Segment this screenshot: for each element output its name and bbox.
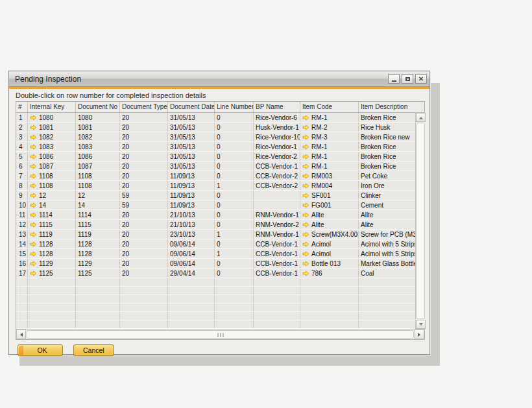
link-arrow-icon[interactable] [30,154,37,160]
vertical-scroll-thumb[interactable] [417,123,425,319]
column-header-item-code[interactable]: Item Code [300,102,359,112]
link-arrow-icon[interactable] [30,212,37,218]
ok-button[interactable]: OK [18,344,63,356]
vertical-scrollbar[interactable] [415,113,426,329]
table-row[interactable]: 7110811082011/09/130CCB-Vendor-2RM003Pet… [16,171,415,181]
row-number-cell[interactable]: 11 [16,210,28,219]
row-number-cell[interactable]: 13 [16,230,28,239]
row-number-cell[interactable]: 2 [16,123,28,132]
minimize-button[interactable] [388,74,400,84]
link-arrow-icon[interactable] [30,163,37,169]
scroll-up-button[interactable] [416,113,426,122]
cell-doc-type: 20 [120,239,168,248]
column-header-document-type[interactable]: Document Type [120,102,168,112]
link-arrow-icon[interactable] [302,251,309,257]
link-arrow-icon[interactable] [302,202,309,208]
table-row[interactable]: 2108110812031/05/130Husk-Vendor-1RM-2Ric… [16,123,415,132]
scroll-left-button[interactable] [16,330,26,339]
link-arrow-icon[interactable] [302,241,309,247]
link-arrow-icon[interactable] [302,115,309,121]
row-number-cell[interactable]: 12 [16,220,28,229]
table-row[interactable]: 16112911292009/06/140CCB-Vendor-1Bottle … [16,259,415,269]
link-arrow-icon[interactable] [30,222,37,228]
link-arrow-icon[interactable] [30,261,37,267]
table-row[interactable]: 5108610862031/05/130Rice-Vendor-2RM-1Bro… [16,152,415,162]
table-row[interactable]: 8110811082011/09/131CCB-Vendor-2RM004Iro… [16,181,415,191]
link-arrow-icon[interactable] [302,212,309,218]
cell-text: 10 [19,202,26,209]
row-number-cell[interactable]: 16 [16,259,28,268]
cell-text: Market Glass Bottle-Oval [361,260,415,267]
cancel-button[interactable]: Cancel [73,344,114,356]
column-header-item-description[interactable]: Item Description [359,102,424,112]
window-titlebar[interactable]: Pending Inspection ✕ [9,71,429,87]
cell-text: 1081 [39,124,53,131]
row-number-cell[interactable]: 15 [16,249,28,258]
table-row[interactable]: 912125911/09/130SF001Clinker [16,191,415,200]
row-number-cell[interactable]: 6 [16,162,28,171]
link-arrow-icon[interactable] [302,125,309,130]
column-header-line-number[interactable]: Line Number [215,102,254,112]
link-arrow-icon[interactable] [30,241,37,247]
row-number-cell[interactable]: 9 [16,191,28,200]
row-number-cell[interactable]: 7 [16,171,28,180]
link-arrow-icon[interactable] [30,251,37,257]
empty-cell [254,312,300,320]
link-arrow-icon[interactable] [30,173,37,179]
link-arrow-icon[interactable] [302,134,309,140]
row-number-cell[interactable]: 14 [16,239,28,248]
link-arrow-icon[interactable] [30,125,37,130]
link-arrow-icon[interactable] [302,173,309,179]
scroll-right-button[interactable] [415,330,424,339]
row-number-cell[interactable]: 17 [16,269,28,278]
scroll-down-button[interactable] [416,320,426,329]
close-button[interactable]: ✕ [415,74,427,84]
column-header-document-date[interactable]: Document Date [168,102,215,112]
row-number-cell[interactable]: 4 [16,142,28,151]
column-header-internal-key[interactable]: Internal Key [28,102,76,112]
table-row[interactable]: 3108210822031/05/130Rice-Vendor-10RM-3Br… [16,132,415,142]
column-header-bp-name[interactable]: BP Name [254,102,300,112]
link-arrow-icon[interactable] [30,232,37,237]
maximize-button[interactable] [402,74,413,84]
table-row[interactable]: 13111911192023/10/131RNM-Vendor-1Screw(M… [16,230,415,239]
table-row[interactable]: 6108710872031/05/130CCB-Vendor-1RM-1Brok… [16,162,415,171]
cell-text: 0 [217,163,221,170]
cell-item-desc: Alite [359,220,415,229]
table-row[interactable]: 17112511252029/04/140CCB-Vendor-1786Coal [16,269,415,278]
link-arrow-icon[interactable] [30,183,37,189]
link-arrow-icon[interactable] [302,232,309,237]
horizontal-scrollbar[interactable] [16,329,424,339]
column-header-document-no[interactable]: Document No [76,102,120,112]
link-arrow-icon[interactable] [30,144,37,150]
link-arrow-icon[interactable] [30,202,37,208]
link-arrow-icon[interactable] [302,154,309,160]
column-header-row-number[interactable]: # [16,102,28,112]
row-number-cell[interactable]: 1 [16,113,28,122]
link-arrow-icon[interactable] [30,115,37,121]
row-number-cell[interactable]: 10 [16,200,28,210]
row-number-cell[interactable]: 8 [16,181,28,190]
table-row[interactable]: 14112811282009/06/140CCB-Vendor-1AcimolA… [16,239,415,249]
table-row[interactable]: 1108010802031/05/130Rice-Vendor-6RM-1Bro… [16,113,415,123]
link-arrow-icon[interactable] [302,144,309,150]
link-arrow-icon[interactable] [302,270,309,276]
table-row[interactable]: 15112811282009/06/141CCB-Vendor-1AcimolA… [16,249,415,259]
table-row[interactable]: 4108310832031/05/130Rice-Vendor-1RM-1Bro… [16,142,415,152]
horizontal-scroll-thumb[interactable] [27,330,414,339]
link-arrow-icon[interactable] [30,270,37,276]
link-arrow-icon[interactable] [302,163,309,169]
link-arrow-icon[interactable] [30,193,37,198]
row-number-cell[interactable]: 5 [16,152,28,161]
table-row[interactable]: 1014145911/09/130FG001Cement [16,200,415,210]
link-arrow-icon[interactable] [302,261,309,267]
link-arrow-icon[interactable] [302,183,309,189]
link-arrow-icon[interactable] [302,193,309,198]
row-number-cell[interactable]: 3 [16,132,28,141]
table-row[interactable]: 11111411142021/10/130RNM-Vendor-1AliteAl… [16,210,415,220]
link-arrow-icon[interactable] [30,134,37,140]
table-row[interactable]: 12111511152021/10/130RNM-Vendor-2AliteAl… [16,220,415,230]
empty-cell [168,312,215,320]
empty-cell [215,295,254,303]
link-arrow-icon[interactable] [302,222,309,228]
